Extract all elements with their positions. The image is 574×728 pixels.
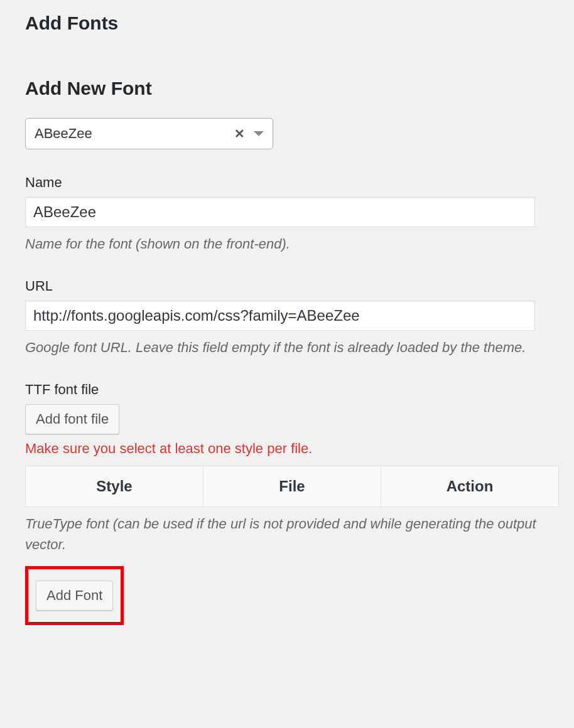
table-header-file: File (203, 466, 381, 507)
name-input[interactable] (25, 197, 535, 227)
font-select-value: ABeeZee (35, 126, 234, 142)
font-select[interactable]: ABeeZee ✕ (25, 118, 273, 149)
ttf-file-table: Style File Action (25, 466, 559, 507)
page-title: Add Fonts (25, 13, 549, 34)
table-header-action: Action (381, 466, 559, 507)
ttf-error: Make sure you select at least one style … (25, 441, 549, 457)
add-font-button[interactable]: Add Font (36, 581, 113, 611)
add-font-file-button[interactable]: Add font file (25, 404, 119, 434)
section-title: Add New Font (25, 78, 549, 99)
chevron-down-icon (254, 131, 264, 136)
name-description: Name for the font (shown on the front-en… (25, 233, 549, 254)
clear-icon[interactable]: ✕ (234, 126, 245, 141)
table-header-style: Style (26, 466, 203, 507)
ttf-description: TrueType font (can be used if the url is… (25, 513, 549, 555)
name-label: Name (25, 174, 549, 191)
url-label: URL (25, 278, 549, 294)
url-input[interactable] (25, 301, 535, 331)
ttf-label: TTF font file (25, 382, 549, 398)
url-description: Google font URL. Leave this field empty … (25, 337, 549, 358)
highlight-annotation: Add Font (25, 566, 124, 625)
